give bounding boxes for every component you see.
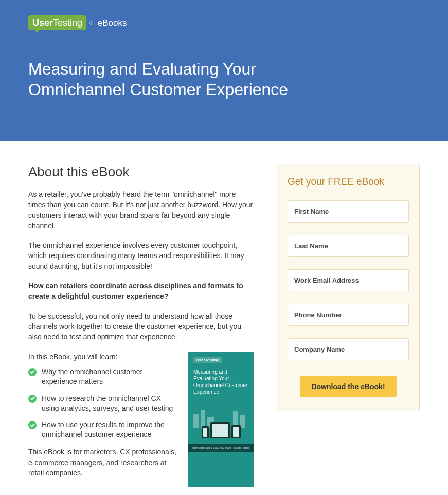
learn-intro: In this eBook, you will learn: bbox=[28, 352, 177, 362]
check-icon bbox=[28, 421, 37, 429]
registered-icon: ® bbox=[89, 21, 93, 26]
bullet-text: How to research the omnichannel CX using… bbox=[42, 394, 177, 413]
list-item: Why the omnichannel customer experience … bbox=[28, 367, 177, 387]
learn-bullets: Why the omnichannel customer experience … bbox=[28, 367, 177, 439]
cover-art-icon bbox=[193, 405, 248, 439]
main-content: About this eBook As a retailer, you've p… bbox=[0, 141, 448, 495]
logo-user: User bbox=[32, 17, 53, 28]
phone-field[interactable] bbox=[288, 304, 409, 326]
hero-banner: UserTesting® eBooks Measuring and Evalua… bbox=[0, 0, 448, 141]
list-item: How to research the omnichannel CX using… bbox=[28, 394, 177, 413]
ebook-cover-thumbnail: UserTesting Measuring and Evaluating You… bbox=[188, 352, 254, 488]
signup-form-card: Get your FREE eBook Download the eBook! bbox=[277, 164, 420, 411]
download-button[interactable]: Download the eBook! bbox=[300, 376, 396, 397]
about-closing: This eBook is for marketers, CX professi… bbox=[28, 447, 177, 478]
cover-brand: UserTesting bbox=[193, 357, 222, 363]
form-heading: Get your FREE eBook bbox=[288, 176, 409, 187]
about-column: About this eBook As a retailer, you've p… bbox=[28, 164, 254, 487]
logo-row: UserTesting® eBooks bbox=[28, 15, 420, 30]
about-heading: About this eBook bbox=[28, 164, 254, 180]
page-title: Measuring and Evaluating Your Omnichanne… bbox=[28, 59, 327, 100]
about-question: How can retailers coordinate across disc… bbox=[28, 281, 254, 302]
first-name-field[interactable] bbox=[288, 200, 409, 223]
email-field[interactable] bbox=[288, 269, 409, 291]
check-icon bbox=[28, 368, 37, 376]
cover-title: Measuring and Evaluating Your Omnichanne… bbox=[193, 369, 248, 395]
cover-footer: usertesting.com | 1-800-000-0000 | @User… bbox=[188, 444, 254, 452]
learn-column: In this eBook, you will learn: Why the o… bbox=[28, 352, 177, 488]
company-field[interactable] bbox=[288, 338, 409, 360]
usertesting-logo-icon: UserTesting bbox=[28, 15, 86, 30]
header-section-label: eBooks bbox=[98, 18, 127, 28]
bullet-text: How to use your results to improve the o… bbox=[42, 420, 177, 439]
list-item: How to use your results to improve the o… bbox=[28, 420, 177, 439]
about-paragraph: The omnichannel experience involves ever… bbox=[28, 240, 254, 271]
last-name-field[interactable] bbox=[288, 235, 409, 257]
check-icon bbox=[28, 395, 37, 403]
learn-row: In this eBook, you will learn: Why the o… bbox=[28, 352, 254, 488]
bullet-text: Why the omnichannel customer experience … bbox=[42, 367, 177, 387]
logo-testing: Testing bbox=[53, 17, 82, 28]
about-paragraph: As a retailer, you've probably heard the… bbox=[28, 189, 254, 231]
about-paragraph: To be successful, you not only need to u… bbox=[28, 311, 254, 342]
